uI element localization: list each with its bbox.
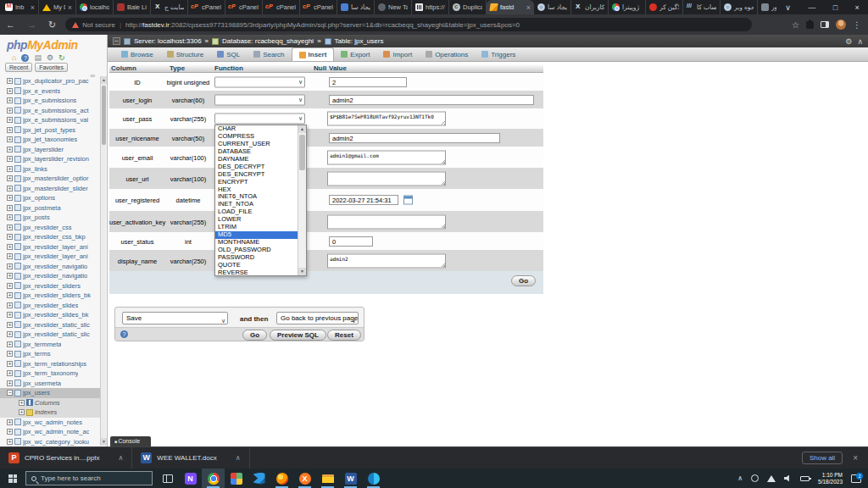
function-select[interactable]: ∨ (214, 114, 305, 125)
browser-tab[interactable]: New Ta (375, 0, 412, 14)
sidebar-table-item[interactable]: +jpx_jet_taxonomies (0, 135, 101, 145)
sidebar-table-item[interactable]: +jpx_term_taxonomy (0, 369, 101, 379)
firefox-taskbar-button[interactable] (270, 469, 293, 488)
sidebar-table-item[interactable]: +jpx_layerslider_revision (0, 154, 101, 164)
photos-taskbar-button[interactable] (225, 469, 248, 488)
breadcrumb-database[interactable]: Database: rcacbeqq_shayeghi (222, 37, 314, 45)
sidebar-table-item[interactable]: −jpx_users (0, 388, 101, 398)
tray-app-icon[interactable] (751, 474, 759, 482)
help-icon[interactable]: ? (21, 54, 29, 62)
tab-close-icon[interactable]: × (526, 3, 531, 12)
browser-tab[interactable]: localho (76, 0, 114, 14)
sidebar-table-item[interactable]: +jpx_revslider_slides_bk (0, 310, 101, 320)
browser-tab[interactable]: Duplica (449, 0, 487, 14)
sidebar-table-item[interactable]: +jpx_revslider_navigatio (0, 271, 101, 281)
scroll-up-icon[interactable]: ▲ (101, 76, 107, 84)
expand-icon[interactable]: + (7, 429, 13, 435)
sidebar-table-item[interactable]: +jpx_e_events (0, 86, 101, 97)
browser-tab[interactable]: نحوه وير (721, 0, 758, 14)
sidebar-table-item[interactable]: +jpx_postmeta (0, 203, 101, 214)
after-insert-select[interactable]: Go back to previous page∨ (276, 312, 359, 324)
scroll-thumb[interactable] (102, 86, 106, 145)
expand-icon[interactable]: + (7, 225, 13, 230)
sidebar-table-item[interactable]: +jpx_masterslider_optior (0, 174, 101, 184)
start-button[interactable] (0, 469, 25, 488)
expand-icon[interactable]: + (7, 156, 13, 162)
profile-avatar[interactable] (836, 19, 846, 30)
tab-search-icon[interactable]: ∨ (785, 3, 791, 12)
address-bar[interactable]: Not secure | http://fastdev.ir:2082/cpse… (65, 18, 752, 31)
value-textarea[interactable] (327, 171, 446, 186)
bookmark-star-icon[interactable]: ☆ (792, 20, 799, 30)
expand-icon[interactable]: + (7, 351, 13, 357)
home-icon[interactable]: ⌂ (12, 54, 16, 62)
sidebar-table-item[interactable]: +jpx_e_submissions_act (0, 106, 101, 116)
expand-icon[interactable]: + (7, 147, 13, 152)
expand-icon[interactable]: − (7, 390, 13, 396)
sidebar-table-item[interactable]: +jpx_jet_post_types (0, 125, 101, 136)
browser-tab[interactable]: My D× (39, 0, 76, 14)
side-panel-icon[interactable] (821, 21, 829, 28)
scroll-up-icon[interactable]: ▲ (298, 125, 306, 133)
taskview-taskbar-button[interactable] (156, 469, 179, 488)
back-icon[interactable]: ← (0, 19, 21, 30)
sidebar-table-item[interactable]: +jpx_revslider_sliders (0, 281, 101, 291)
browser-tab[interactable]: cPanel F (300, 0, 337, 14)
download-chevron-icon[interactable]: ∧ (236, 454, 241, 462)
console-minimize-icon[interactable]: – (113, 37, 120, 45)
browser-tab[interactable]: ژوپیترا (609, 0, 646, 14)
browser-tab[interactable]: حساب کا (683, 0, 721, 14)
help-icon[interactable]: ? (120, 330, 128, 338)
word-taskbar-button[interactable]: W (339, 469, 362, 488)
function-option[interactable]: REVERSE (215, 269, 298, 275)
sidebar-sub-item[interactable]: +Indexes (0, 408, 101, 418)
scroll-thumb[interactable] (299, 135, 305, 170)
value-input[interactable]: admin2 (329, 95, 534, 105)
expand-icon[interactable]: + (7, 341, 13, 347)
sidebar-table-item[interactable]: +jpx_duplicator_pro_pac (0, 76, 101, 86)
sidebar-table-item[interactable]: +jpx_e_submissions_val (0, 115, 101, 125)
pma-tab-operations[interactable]: Operations (419, 47, 475, 61)
xampp-taskbar-button[interactable]: X (293, 469, 316, 488)
explorer-taskbar-button[interactable] (316, 469, 339, 488)
sidebar-table-item[interactable]: +jpx_terms (0, 349, 101, 359)
menu-kebab-icon[interactable]: ⋮ (853, 20, 861, 30)
recent-dropdown[interactable]: Recent (5, 63, 32, 72)
preview-sql-button[interactable]: Preview SQL (270, 330, 326, 341)
breadcrumb-server[interactable]: Server: localhost:3306 (134, 37, 202, 45)
expand-icon[interactable]: + (7, 136, 13, 142)
close-icon[interactable]: × (855, 3, 860, 12)
reset-button[interactable]: Reset (327, 330, 361, 341)
value-input[interactable]: 0 (329, 236, 373, 247)
expand-icon[interactable]: + (7, 302, 13, 308)
sidebar-table-item[interactable]: +jpx_usermeta (0, 379, 101, 389)
wifi-icon[interactable] (767, 475, 776, 482)
go-button[interactable]: Go (242, 330, 267, 341)
function-select[interactable]: ∨ (214, 76, 305, 87)
tab-close-icon[interactable]: × (31, 3, 35, 12)
expand-icon[interactable]: + (7, 439, 13, 445)
edge-taskbar-button[interactable] (362, 469, 385, 488)
expand-icon[interactable]: + (7, 322, 13, 328)
sidebar-table-item[interactable]: +jpx_e_submissions (0, 96, 101, 106)
expand-icon[interactable]: + (7, 205, 13, 211)
resize-grip-icon[interactable] (441, 159, 445, 164)
browser-tab[interactable]: لاگین کر (646, 0, 683, 14)
expand-icon[interactable]: + (19, 400, 25, 406)
browser-tab[interactable]: cPanel - (188, 0, 225, 14)
expand-icon[interactable]: + (7, 419, 13, 425)
value-input[interactable]: 2 (329, 77, 407, 87)
expand-icon[interactable]: + (7, 331, 13, 337)
download-item[interactable]: WWEE WALLET.docx∧ (132, 447, 249, 469)
browser-tab[interactable]: Inb× (2, 0, 39, 14)
expand-icon[interactable]: + (7, 370, 13, 376)
pma-tab-triggers[interactable]: Triggers (475, 47, 522, 61)
tab-close-icon[interactable]: × (68, 3, 72, 12)
extensions-icon[interactable] (806, 21, 814, 29)
browser-tab[interactable]: Bale Lit (114, 0, 151, 14)
function-select[interactable]: ∨ (214, 94, 305, 105)
settings-gear-icon[interactable]: ⚙ (47, 54, 53, 62)
browser-tab[interactable]: cPanel F (225, 0, 263, 14)
pma-tab-browse[interactable]: Browse (114, 47, 160, 61)
sidebar-table-item[interactable]: +jpx_revslider_css_bkp (0, 232, 101, 242)
